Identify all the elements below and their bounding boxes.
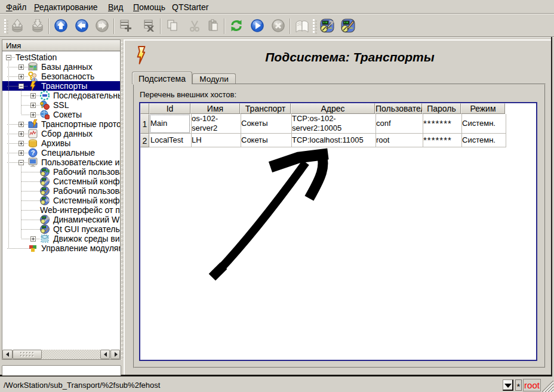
svg-text:W: W [45, 168, 50, 174]
svg-text:?: ? [31, 149, 35, 156]
svg-text:W: W [45, 197, 50, 203]
